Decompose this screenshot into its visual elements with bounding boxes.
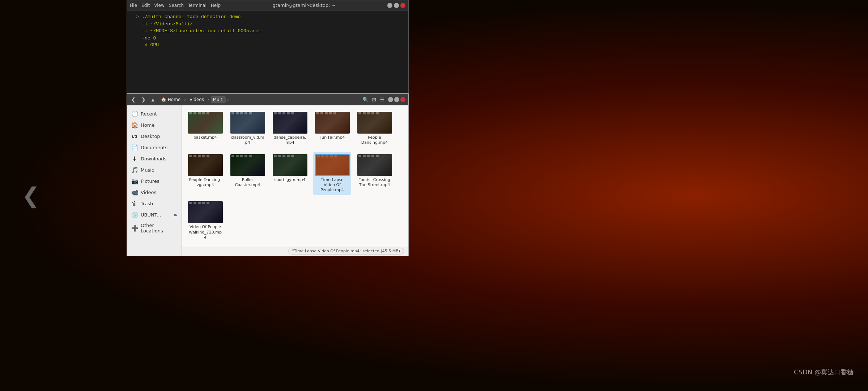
fm-back-button[interactable]: ❮ [130,96,137,103]
sidebar-item-recent-label: Recent [141,111,157,117]
terminal-menu-terminal[interactable]: Terminal [188,3,207,8]
recent-icon: 🕐 [131,110,138,117]
grid-view-button[interactable]: ⊞ [371,96,377,103]
terminal-menu-search[interactable]: Search [169,3,184,8]
fm-forward-button[interactable]: ❯ [140,96,147,103]
file-tourist[interactable]: Tourist Crossing The Street.mp4 [356,152,393,195]
filename-sport: sport_gym.mp4 [274,177,305,182]
fm-toolbar-right: 🔍 ⊞ ☰ [362,96,385,103]
thumb-walking [188,201,223,223]
sidebar-item-music[interactable]: 🎵 Music [127,164,182,176]
desktop-icon: 🗂 [131,133,138,140]
fm-bread-home[interactable]: 🏠 Home [159,96,183,103]
fm-window-controls [388,97,405,102]
thumb-danse [273,112,307,134]
filename-timelapse: Time Lapse Video Of People.mp4 [315,177,349,193]
thumb-tourist [357,154,392,176]
thumb-funfair [315,112,350,134]
file-basket[interactable]: basket.mp4 [186,110,224,148]
thumb-dancing [357,112,392,134]
terminal-menu-file[interactable]: File [130,3,137,8]
eject-icon[interactable]: ⏏ [174,213,177,217]
terminal-window: File Edit View Search Terminal Help gtam… [127,0,409,93]
documents-icon: 📄 [131,144,138,151]
fm-bread-videos[interactable]: Videos [187,96,206,103]
filename-roller: Roller Coaster.mp4 [231,177,264,188]
sidebar-item-other-locations[interactable]: ➕ Other Locations [127,220,182,236]
filename-dancing-vga: People Dancing-vga.mp4 [188,177,222,188]
thumb-classroom [230,112,265,134]
filename-danse: danse_capoeira.mp4 [273,135,307,146]
status-badge: "Time Lapse Video Of People.mp4" selecte… [288,248,404,255]
file-dancing[interactable]: People Dancing.mp4 [356,110,393,148]
fm-bread-home-label: Home [168,97,180,102]
terminal-content: --> ./multi-channel-face-detection-demo … [127,10,408,52]
sidebar-item-videos[interactable]: 📹 Videos [127,187,182,198]
file-roller[interactable]: Roller Coaster.mp4 [229,152,267,195]
sidebar-item-desktop-label: Desktop [141,134,160,139]
file-funfair[interactable]: Fun Fair.mp4 [313,110,351,148]
sidebar-item-pictures[interactable]: 📷 Pictures [127,176,182,187]
fm-bread-sep-1: › [184,97,186,102]
sidebar-item-trash[interactable]: 🗑 Trash [127,198,182,209]
sidebar-item-trash-label: Trash [141,201,153,206]
file-danse[interactable]: danse_capoeira.mp4 [271,110,309,148]
fm-close-button[interactable] [400,97,405,102]
fm-up-button[interactable]: ▲ [150,97,156,103]
fm-sidebar: 🕐 Recent 🏠 Home 🗂 Desktop 📄 Documents ⬇ … [127,105,182,256]
thumb-dancing-vga [188,154,223,176]
sidebar-item-other-locations-label: Other Locations [141,223,177,234]
terminal-menu-help[interactable]: Help [211,3,221,8]
terminal-close-button[interactable] [400,3,405,8]
thumb-sport [273,154,307,176]
terminal-minimize-button[interactable] [387,3,392,8]
sidebar-item-desktop[interactable]: 🗂 Desktop [127,131,182,142]
filename-classroom: classroom_vid.mp4 [231,135,264,146]
thumb-timelapse [315,154,350,176]
sidebar-item-ubunt[interactable]: 💿 UBUNT... ⏏ [127,209,182,220]
terminal-maximize-button[interactable] [394,3,399,8]
downloads-icon: ⬇ [131,155,138,162]
sidebar-item-documents-label: Documents [141,145,167,150]
file-classroom[interactable]: classroom_vid.mp4 [229,110,267,148]
thumb-basket [188,112,223,134]
sidebar-item-downloads[interactable]: ⬇ Downloads [127,153,182,164]
fm-bread-sep-3: › [227,97,229,102]
fm-file-grid: basket.mp4 classroom_vid.mp4 danse_capoe… [186,110,404,242]
list-view-button[interactable]: ☰ [379,96,385,103]
sidebar-item-recent[interactable]: 🕐 Recent [127,108,182,119]
sidebar-item-music-label: Music [141,167,154,173]
search-button[interactable]: 🔍 [362,96,369,103]
sidebar-item-downloads-label: Downloads [141,156,166,161]
terminal-title: gtamir@gtamir-desktop: ~ [221,3,387,8]
filename-dancing: People Dancing.mp4 [358,135,391,146]
terminal-menu-edit[interactable]: Edit [141,3,150,8]
sidebar-item-documents[interactable]: 📄 Documents [127,142,182,153]
fm-home-icon: 🏠 [161,97,166,102]
fm-body: 🕐 Recent 🏠 Home 🗂 Desktop 📄 Documents ⬇ … [127,105,408,256]
sidebar-item-videos-label: Videos [141,190,156,195]
fm-bread-multi[interactable]: Multi [211,96,226,103]
file-sport[interactable]: sport_gym.mp4 [271,152,309,195]
music-icon: 🎵 [131,167,138,173]
sidebar-item-pictures-label: Pictures [141,178,159,184]
file-walking[interactable]: Video Of People Walking_720.mp4 [186,199,224,242]
sidebar-item-ubunt-label: UBUNT... [141,212,161,218]
terminal-line-3: -m ~/MODELS/face-detection-retail-0005.x… [131,28,405,35]
fm-minimize-button[interactable] [388,97,393,102]
sidebar-item-home[interactable]: 🏠 Home [127,119,182,131]
filename-basket: basket.mp4 [193,135,217,140]
fm-breadcrumb: 🏠 Home › Videos › Multi › [159,96,359,103]
terminal-titlebar: File Edit View Search Terminal Help gtam… [127,0,408,10]
fm-maximize-button[interactable] [394,97,399,102]
fm-statusbar: "Time Lapse Video Of People.mp4" selecte… [182,246,408,256]
thumb-roller [230,154,265,176]
file-timelapse[interactable]: Time Lapse Video Of People.mp4 [313,152,351,195]
terminal-menu: File Edit View Search Terminal Help [130,3,221,8]
terminal-line-4: -nc 0 [131,35,405,42]
sidebar-item-home-label: Home [141,122,154,128]
file-dancing-vga[interactable]: People Dancing-vga.mp4 [186,152,224,195]
terminal-menu-view[interactable]: View [154,3,164,8]
back-nav-arrow[interactable]: ❮ [22,183,40,208]
terminal-controls [387,3,405,8]
